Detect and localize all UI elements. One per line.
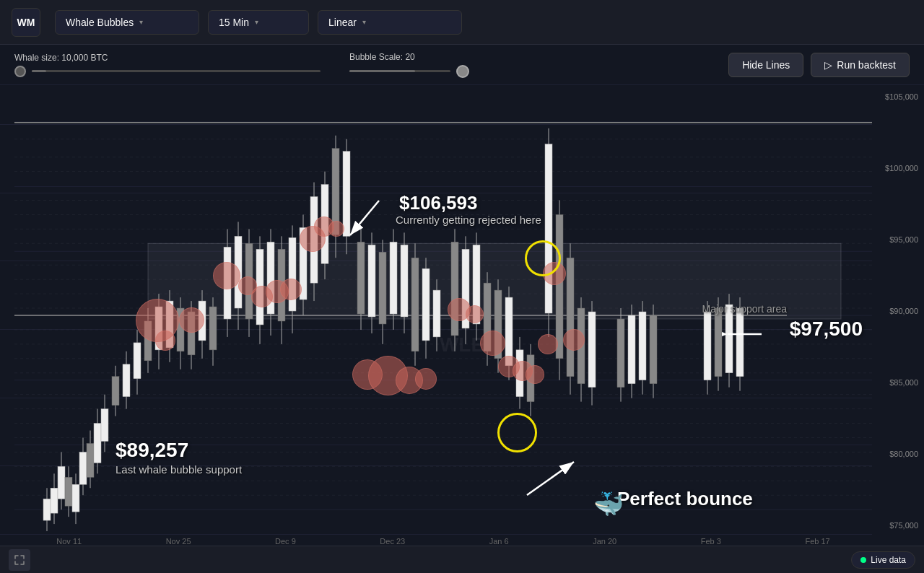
date-nov11: Nov 11 [56, 537, 82, 546]
bubble-scale-fill [349, 70, 415, 72]
bubble-scale-slider-container [349, 65, 469, 78]
svg-rect-106 [411, 258, 419, 351]
date-feb3: Feb 3 [701, 537, 721, 546]
svg-rect-144 [650, 315, 657, 384]
svg-rect-36 [51, 488, 58, 513]
run-backtest-label: Run backtest [837, 59, 896, 71]
svg-rect-34 [43, 499, 51, 520]
time-label: 15 Min [219, 17, 249, 28]
svg-rect-104 [401, 245, 408, 317]
annotation-price-bottom: $89,257 [116, 439, 188, 462]
price-label-95k: $95,000 [875, 235, 918, 244]
svg-rect-96 [357, 242, 365, 314]
whale-size-slider-container [14, 66, 321, 77]
svg-text:WLE: WLE [440, 333, 484, 356]
controls-right: Hide Lines ▷ Run backtest [728, 53, 910, 77]
price-label-90k: $90,000 [875, 307, 918, 315]
whale-bubbles-chevron: ▾ [139, 18, 143, 26]
bubble-15 [415, 368, 437, 390]
expand-icon [14, 555, 25, 565]
bubble-scale-control: Bubble Scale: 20 [349, 52, 469, 78]
run-backtest-button[interactable]: ▷ Run backtest [811, 53, 910, 77]
bubble-4 [213, 262, 240, 289]
whale-size-label: Whale size: 10,000 BTC [14, 53, 321, 63]
svg-rect-56 [134, 343, 141, 379]
annotation-perfect-bounce: Perfect bounce [617, 488, 753, 510]
chart-area: $105,000 $100,000 $95,000 $90,000 $85,00… [0, 85, 924, 573]
svg-rect-128 [545, 144, 552, 313]
bubble-2 [179, 307, 204, 333]
bubble-scale-track[interactable] [349, 70, 450, 72]
bubble-22 [538, 334, 558, 354]
whale-bubbles-dropdown[interactable]: Whale Bubbles ▾ [55, 10, 199, 35]
bubble-17 [466, 305, 484, 323]
svg-rect-138 [617, 319, 624, 388]
svg-rect-112 [451, 242, 458, 336]
svg-rect-44 [79, 452, 87, 484]
bubble-18 [480, 331, 505, 356]
svg-rect-52 [112, 377, 119, 406]
logo: WM [12, 8, 40, 37]
svg-rect-70 [209, 307, 217, 350]
scale-dropdown[interactable]: Linear ▾ [318, 10, 462, 35]
bubble-11 [328, 221, 344, 237]
svg-rect-38 [58, 466, 65, 499]
price-label-105k: $105,000 [875, 92, 918, 101]
price-label-100k: $100,000 [875, 164, 918, 172]
svg-rect-150 [725, 305, 733, 373]
scale-chevron: ▾ [362, 18, 366, 26]
time-dropdown[interactable]: 15 Min ▾ [208, 10, 309, 35]
annotation-price-top-sub: Currently getting rejected here [396, 214, 541, 226]
svg-rect-132 [567, 258, 574, 376]
live-dot [860, 557, 866, 563]
annotation-price-top: $106,593 [399, 192, 477, 214]
svg-rect-42 [72, 484, 79, 512]
date-dec9: Dec 9 [275, 537, 296, 546]
svg-rect-108 [422, 268, 430, 341]
price-label-75k: $75,000 [875, 521, 918, 530]
price-label-85k: $85,000 [875, 378, 918, 387]
whale-bubbles-label: Whale Bubbles [66, 17, 134, 28]
time-chevron: ▾ [255, 18, 258, 26]
svg-rect-146 [704, 312, 711, 380]
live-data-badge: Live data [851, 551, 915, 569]
price-label-80k: $80,000 [875, 450, 918, 458]
date-jan20: Jan 20 [593, 537, 616, 546]
svg-rect-152 [736, 308, 744, 377]
bubble-3 [155, 331, 175, 351]
scale-label: Linear [328, 17, 357, 28]
whale-size-thumb[interactable] [14, 66, 26, 77]
price-labels: $105,000 $100,000 $95,000 $90,000 $85,00… [872, 85, 924, 573]
play-icon: ▷ [824, 59, 832, 71]
whale-size-track[interactable] [32, 70, 321, 72]
annotation-price-bottom-sub: Last whale bubble support [116, 463, 242, 476]
svg-rect-130 [556, 214, 563, 358]
svg-rect-98 [368, 245, 375, 317]
svg-rect-102 [390, 242, 397, 314]
svg-rect-110 [433, 290, 440, 337]
bubble-scale-thumb[interactable] [456, 65, 469, 78]
svg-rect-46 [87, 443, 94, 477]
svg-rect-50 [101, 409, 108, 442]
bottom-bar: Live data [0, 546, 924, 573]
svg-rect-142 [639, 312, 646, 380]
top-bar: WM Whale Bubbles ▾ 15 Min ▾ Linear ▾ [0, 0, 924, 45]
svg-rect-94 [343, 152, 350, 237]
live-data-label: Live data [871, 555, 906, 565]
date-nov25: Nov 25 [166, 537, 191, 546]
svg-rect-40 [65, 477, 72, 506]
svg-rect-136 [588, 312, 596, 388]
annotation-price-support: $97,500 [790, 318, 863, 341]
date-jan6: Jan 6 [489, 537, 509, 546]
date-dec23: Dec 23 [380, 537, 405, 546]
svg-rect-100 [379, 252, 386, 324]
yellow-circle-top [525, 240, 561, 276]
expand-button[interactable] [9, 549, 30, 571]
hide-lines-button[interactable]: Hide Lines [728, 53, 803, 77]
date-feb17: Feb 17 [805, 537, 829, 546]
svg-rect-140 [628, 315, 635, 384]
annotation-support-zone-label: Major support area [702, 303, 787, 315]
date-labels: Nov 11 Nov 25 Dec 9 Dec 23 Jan 6 Jan 20 … [14, 537, 872, 546]
svg-rect-48 [94, 424, 101, 463]
bubble-21 [526, 365, 544, 384]
